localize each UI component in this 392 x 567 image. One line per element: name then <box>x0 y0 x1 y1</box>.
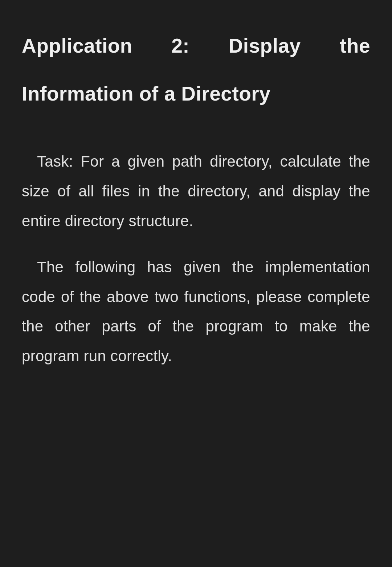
section-heading: Application 2: Display the Information o… <box>22 22 370 118</box>
document-container: Application 2: Display the Information o… <box>0 0 392 567</box>
instruction-paragraph: The following has given the implementati… <box>22 252 370 371</box>
task-paragraph: Task: For a given path directory, calcul… <box>22 147 370 236</box>
